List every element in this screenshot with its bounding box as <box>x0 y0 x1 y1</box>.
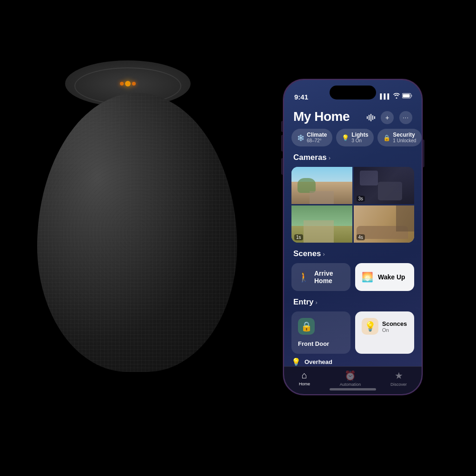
status-pills: ❄️ Climate 68–72° 💡 Lights 3 On <box>284 129 422 153</box>
overhead-icon: 💡 <box>291 357 301 366</box>
wake-up-label: Wake Up <box>378 273 405 281</box>
automation-nav-icon: ⏰ <box>344 370 356 381</box>
climate-label: Climate <box>307 132 327 138</box>
entry-grid: 🔒 Front Door 💡 Sconces <box>284 311 422 354</box>
discover-nav-label: Discover <box>390 382 407 387</box>
homepod <box>28 56 251 404</box>
arrive-home-label: Arrive Home <box>314 270 344 284</box>
signal-icon: ▌▌▌ <box>380 93 391 99</box>
climate-icon: ❄️ <box>297 134 304 141</box>
camera-grid: 3s 1s <box>291 167 414 243</box>
more-button[interactable]: ··· <box>399 111 412 124</box>
camera-cell-3[interactable]: 1s <box>291 205 352 243</box>
main-scene: 9:41 ▌▌▌ <box>0 0 476 476</box>
lights-label: Lights <box>351 132 368 138</box>
homepod-top-display <box>105 74 151 93</box>
entry-title: Entry <box>293 298 313 307</box>
homepod-shadow <box>51 395 228 414</box>
sconces-icon: 💡 <box>362 318 378 335</box>
status-icons: ▌▌▌ <box>380 93 412 99</box>
dynamic-island <box>330 86 376 99</box>
nav-automation[interactable]: ⏰ Automation <box>340 370 361 387</box>
lights-value: 3 On <box>351 138 368 144</box>
lights-pill[interactable]: 💡 Lights 3 On <box>336 129 374 146</box>
app-content: My Home + <box>284 106 422 366</box>
arrive-home-button[interactable]: 🚶 Arrive Home <box>291 263 350 291</box>
cameras-section-header[interactable]: Cameras › <box>284 153 422 167</box>
nav-home[interactable]: ⌂ Home <box>299 370 310 386</box>
lights-icon: 💡 <box>342 134 349 141</box>
camera-cell-2[interactable]: 3s <box>354 167 415 204</box>
wake-up-button[interactable]: 🌅 Wake Up <box>355 263 414 291</box>
home-indicator <box>330 388 376 390</box>
arrive-home-icon: 🚶 <box>298 271 310 283</box>
camera-timestamp-4: 4s <box>357 234 365 240</box>
security-pill[interactable]: 🔒 Security 1 Unlocked <box>377 129 422 146</box>
iphone-screen: 9:41 ▌▌▌ <box>284 80 422 394</box>
sconces-card[interactable]: 💡 Sconces On <box>355 311 414 354</box>
discover-nav-icon: ★ <box>395 370 403 381</box>
wifi-icon <box>393 93 400 99</box>
iphone: 9:41 ▌▌▌ <box>283 79 423 395</box>
security-label: Security <box>393 132 416 138</box>
overhead-item[interactable]: 💡 Overhead <box>284 354 422 366</box>
page-title: My Home <box>293 109 350 124</box>
sconces-name: Sconces <box>382 320 407 327</box>
camera-cell-4[interactable]: 4s <box>354 205 415 243</box>
home-nav-icon: ⌂ <box>302 370 307 381</box>
camera-timestamp-2: 3s <box>357 196 365 202</box>
camera-timestamp-3: 1s <box>294 234 303 240</box>
scenes-row: 🚶 Arrive Home 🌅 Wake Up <box>284 263 422 298</box>
scenes-chevron-icon: › <box>323 251 325 258</box>
cameras-chevron-icon: › <box>329 154 331 161</box>
nav-discover[interactable]: ★ Discover <box>390 370 407 387</box>
automation-nav-label: Automation <box>340 382 361 387</box>
svg-rect-1 <box>411 95 412 97</box>
camera-image-1 <box>291 167 352 204</box>
sconces-status: On <box>382 327 407 333</box>
siri-waveform-icon[interactable] <box>367 113 375 122</box>
homepod-body <box>37 93 237 372</box>
entry-chevron-icon: › <box>315 299 317 306</box>
svg-rect-2 <box>403 94 410 98</box>
overhead-label: Overhead <box>304 358 332 365</box>
front-door-card[interactable]: 🔒 Front Door <box>291 311 350 354</box>
entry-section-header[interactable]: Entry › <box>284 298 422 311</box>
climate-value: 68–72° <box>307 138 327 144</box>
status-time: 9:41 <box>294 93 308 101</box>
scenes-title: Scenes <box>293 249 321 258</box>
front-door-label: Front Door <box>298 340 344 347</box>
cameras-title: Cameras <box>293 153 327 162</box>
camera-cell-1[interactable] <box>291 167 352 204</box>
app-header: My Home + <box>284 106 422 129</box>
home-nav-label: Home <box>299 382 310 386</box>
climate-pill[interactable]: ❄️ Climate 68–72° <box>291 129 332 146</box>
battery-icon <box>402 93 412 99</box>
security-icon: 🔒 <box>383 134 390 141</box>
security-value: 1 Unlocked <box>393 138 416 144</box>
wake-up-icon: 🌅 <box>362 271 373 283</box>
add-button[interactable]: + <box>381 111 394 124</box>
scenes-section-header[interactable]: Scenes › <box>284 249 422 263</box>
header-actions: + ··· <box>367 109 412 124</box>
front-door-icon: 🔒 <box>298 318 315 335</box>
iphone-frame: 9:41 ▌▌▌ <box>283 79 423 395</box>
